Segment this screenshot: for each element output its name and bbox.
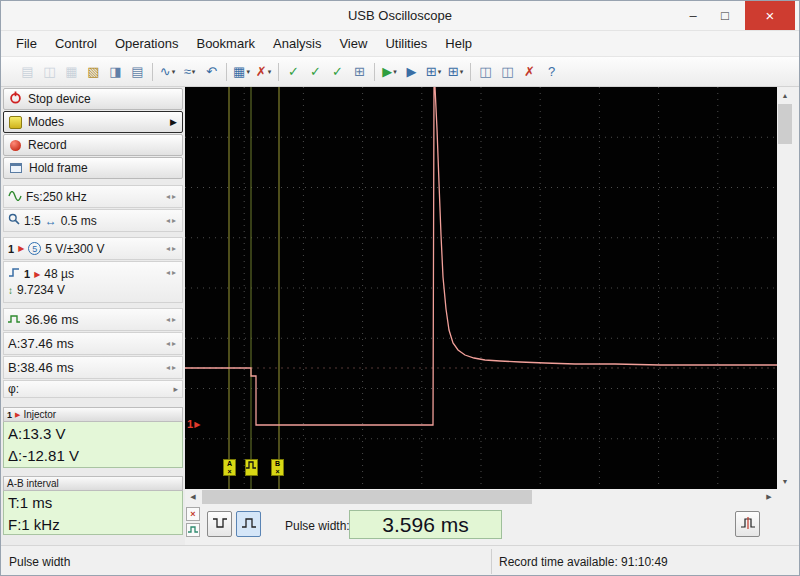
scroll-down-arrow[interactable]: ▼: [777, 473, 793, 489]
record-label: Record: [28, 138, 67, 152]
cursor-a-readout[interactable]: A:37.46 ms ◂▸: [3, 332, 183, 355]
record-button[interactable]: Record: [3, 134, 183, 156]
measure-mode-button[interactable]: [186, 523, 200, 537]
hold-frame-icon: [10, 163, 22, 173]
cursor-b-chip[interactable]: B ×: [271, 459, 284, 476]
expander-arrow-icon[interactable]: ▸: [173, 384, 178, 394]
trigger-channel-badge: 1: [24, 268, 30, 280]
auto-check-icon[interactable]: ✓: [327, 61, 348, 83]
menu-item-analysis[interactable]: Analysis: [264, 33, 330, 54]
injector-delta-value: Δ:-12.81 V: [8, 445, 178, 467]
play-icon[interactable]: ▶: [401, 61, 422, 83]
sample-rate-spinner[interactable]: ◂▸: [166, 192, 178, 201]
apply-all-check-icon[interactable]: ✓: [305, 61, 326, 83]
measure-settings-icon: [740, 516, 756, 533]
voltage-range-control[interactable]: 1▶ 5 5 V/±300 V ◂▸: [3, 237, 183, 260]
scroll-up-arrow[interactable]: ▲: [777, 87, 793, 103]
dropdown-caret-icon: ▾: [393, 68, 397, 76]
window-b-icon[interactable]: ◫: [497, 61, 518, 83]
spectrum-icon[interactable]: ▦▾: [231, 61, 252, 83]
clear-icon[interactable]: ✗▾: [253, 61, 274, 83]
pulse-width-value: 3.596 ms: [349, 510, 502, 539]
trigger-spinner[interactable]: ◂▸: [166, 268, 178, 277]
vertical-scroll-thumb[interactable]: [778, 104, 792, 144]
period-spinner[interactable]: ◂▸: [166, 315, 178, 324]
close-button[interactable]: ×: [745, 1, 795, 30]
open-icon[interactable]: ▧: [83, 61, 104, 83]
cursor-a-spinner[interactable]: ◂▸: [166, 339, 178, 348]
toolbar: ▤◫▦▧◨▤∿▾≈▾↶▦▾✗▾✓✓✓⊞▶▾▶⊞▾⊞▾◫◫✗?: [1, 57, 799, 87]
layout-b-icon[interactable]: ⊞▾: [445, 61, 466, 83]
menu-item-operations[interactable]: Operations: [106, 33, 188, 54]
apply-check-icon[interactable]: ✓: [283, 61, 304, 83]
menu-item-utilities[interactable]: Utilities: [376, 33, 436, 54]
oscilloscope-display[interactable]: 1▶ A × B ×: [185, 87, 777, 489]
modes-button[interactable]: Modes ▶: [3, 111, 183, 133]
zoom-timebase-control[interactable]: 1:5 ↔ 0.5 ms ◂▸: [3, 209, 183, 232]
new-report-icon: ▤: [17, 61, 38, 83]
cursor-b-spinner[interactable]: ◂▸: [166, 363, 178, 372]
hold-frame-button[interactable]: Hold frame: [3, 157, 183, 179]
cursor-b-chip-label: B: [272, 460, 283, 468]
positive-pulse-icon: [241, 516, 257, 533]
export-icon[interactable]: ▤: [127, 61, 148, 83]
status-divider: [491, 549, 492, 574]
panels-icon[interactable]: ⊞: [349, 61, 370, 83]
positive-pulse-button[interactable]: [236, 511, 261, 537]
negative-pulse-button[interactable]: [207, 511, 232, 537]
channel-1-marker[interactable]: 1▶: [187, 418, 200, 430]
undo-icon[interactable]: ↶: [201, 61, 222, 83]
period-value: 36.96 ms: [25, 312, 78, 327]
hold-frame-label: Hold frame: [29, 161, 88, 175]
horizontal-scroll-thumb[interactable]: [202, 490, 532, 504]
cursor-a-chip-label: A: [224, 460, 235, 468]
trigger-chip[interactable]: [245, 459, 258, 476]
maximize-button[interactable]: □: [709, 1, 741, 30]
phase-readout[interactable]: φ: ▸: [3, 380, 183, 398]
layout-a-icon[interactable]: ⊞▾: [423, 61, 444, 83]
submenu-arrow-icon: ▶: [170, 117, 177, 127]
ab-panel-title: A-B interval: [3, 476, 183, 491]
sine-icon: [8, 190, 22, 204]
measure-settings-button[interactable]: [735, 511, 760, 537]
title-bar[interactable]: USB Oscilloscope – □ ×: [1, 1, 799, 31]
stop-device-button[interactable]: Stop device: [3, 88, 183, 110]
measurements-icon[interactable]: ≈▾: [179, 61, 200, 83]
open-stream-icon[interactable]: ▶▾: [379, 61, 400, 83]
cursor-b-readout[interactable]: B:38.46 ms ◂▸: [3, 356, 183, 379]
help-icon[interactable]: ?: [541, 61, 562, 83]
period-readout[interactable]: 36.96 ms ◂▸: [3, 308, 183, 331]
vertical-scrollbar[interactable]: ▲ ▼: [777, 87, 793, 489]
injector-panel-title: 1▶ Injector: [3, 407, 183, 422]
dropdown-caret-icon: ▾: [268, 68, 272, 76]
probe-badge: 5: [28, 242, 41, 255]
ab-t-value: T:1 ms: [8, 492, 178, 514]
window-a-icon[interactable]: ◫: [475, 61, 496, 83]
menu-item-help[interactable]: Help: [436, 33, 481, 54]
close-panel-icon[interactable]: ✗: [519, 61, 540, 83]
cursor-a-chip-x-icon: ×: [224, 468, 235, 476]
menu-item-file[interactable]: File: [7, 33, 46, 54]
horizontal-scrollbar[interactable]: ◀ ▶: [185, 489, 777, 505]
zoom-spinner[interactable]: ◂▸: [166, 216, 178, 225]
menu-item-view[interactable]: View: [330, 33, 376, 54]
scroll-left-arrow[interactable]: ◀: [185, 489, 201, 505]
trigger-control[interactable]: 1▶ 48 µs ↕ 9.7234 V ◂▸: [3, 261, 183, 303]
close-measure-button[interactable]: ×: [186, 507, 200, 521]
menu-item-bookmark[interactable]: Bookmark: [187, 33, 264, 54]
window-buttons: – □ ×: [677, 1, 795, 30]
menu-item-control[interactable]: Control: [46, 33, 106, 54]
toolbar-separator: [152, 63, 153, 81]
toolbar-separator: [470, 63, 471, 81]
oscillogram-icon[interactable]: ∿▾: [157, 61, 178, 83]
cursor-a-value: A:37.46 ms: [8, 336, 74, 351]
ab-f-value: F:1 kHz: [8, 514, 178, 536]
minimize-button[interactable]: –: [677, 1, 709, 30]
voltage-range-spinner[interactable]: ◂▸: [166, 244, 178, 253]
cursor-a-chip[interactable]: A ×: [223, 459, 236, 476]
scroll-right-arrow[interactable]: ▶: [761, 489, 777, 505]
sample-rate-control[interactable]: Fs:250 kHz ◂▸: [3, 185, 183, 208]
measurement-bar: × Pulse width: 3.596 ms: [185, 505, 800, 545]
import-icon[interactable]: ◨: [105, 61, 126, 83]
voltage-range-value: 5 V/±300 V: [45, 242, 104, 256]
